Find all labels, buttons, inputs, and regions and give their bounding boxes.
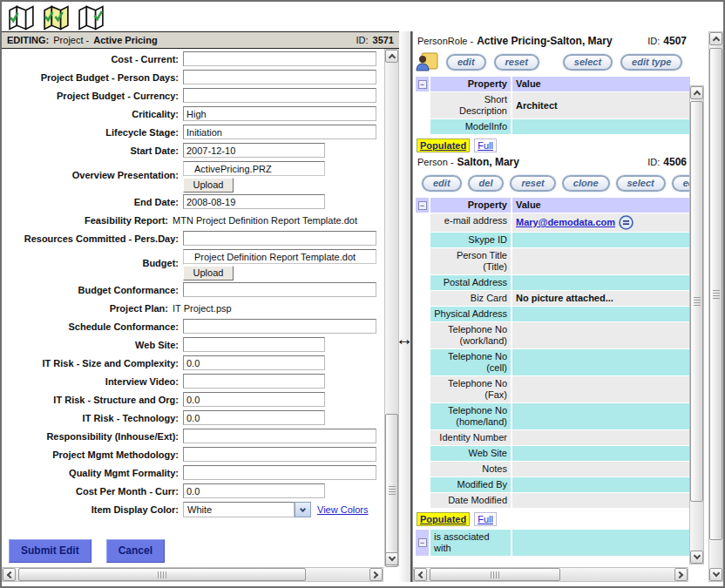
view-colors-link[interactable]: View Colors bbox=[317, 504, 369, 515]
full-link[interactable]: Full bbox=[474, 512, 497, 526]
cancel-button[interactable]: Cancel bbox=[106, 539, 165, 563]
property-label: Skype ID bbox=[430, 233, 511, 247]
budget-currency-input[interactable] bbox=[183, 88, 376, 103]
scroll-down-button[interactable] bbox=[709, 568, 722, 581]
select-button[interactable]: select bbox=[616, 175, 666, 192]
delete-button[interactable]: del bbox=[468, 175, 505, 192]
property-value bbox=[512, 233, 690, 247]
property-label: e-mail address bbox=[430, 213, 511, 232]
property-label: Short Description bbox=[430, 92, 511, 118]
property-label: Postal Address bbox=[430, 275, 511, 290]
field-label: Project Budget - Person Days: bbox=[2, 70, 183, 83]
field-label: Start Date: bbox=[2, 143, 183, 156]
detail-vertical-scrollbar[interactable] bbox=[689, 85, 704, 564]
it-risk-size-input[interactable] bbox=[183, 355, 325, 370]
property-value: Architect bbox=[512, 92, 690, 118]
view-mode-links: Populated Full bbox=[416, 509, 690, 530]
scroll-down-button[interactable] bbox=[385, 552, 398, 565]
scrollbar-thumb[interactable] bbox=[430, 568, 560, 581]
scrollbar-thumb[interactable] bbox=[690, 101, 703, 502]
property-value bbox=[512, 376, 690, 402]
quality-mgmt-formality-input[interactable] bbox=[183, 465, 376, 480]
view-mode-links: Populated Full bbox=[416, 135, 690, 156]
schedule-conformance-input[interactable] bbox=[183, 319, 376, 334]
property-value: No picture attached... bbox=[512, 291, 690, 306]
responsibility-input[interactable] bbox=[183, 429, 376, 443]
collapse-icon[interactable]: − bbox=[418, 201, 427, 210]
person-type: Person - bbox=[417, 157, 454, 167]
edit-type-button[interactable]: edit type bbox=[620, 54, 682, 71]
email-action-icon[interactable] bbox=[619, 215, 634, 230]
lifecycle-stage-input[interactable] bbox=[183, 125, 376, 139]
budget-conformance-input[interactable] bbox=[183, 282, 376, 297]
detail-horizontal-scrollbar[interactable] bbox=[413, 567, 688, 582]
it-risk-structure-input[interactable] bbox=[183, 392, 325, 407]
scroll-up-button[interactable] bbox=[709, 32, 722, 45]
upload-button[interactable]: Upload bbox=[183, 178, 234, 193]
reset-button[interactable]: reset bbox=[494, 54, 539, 71]
it-risk-technology-input[interactable] bbox=[183, 410, 325, 425]
cost-per-month-input[interactable] bbox=[183, 483, 325, 498]
scroll-right-button[interactable] bbox=[369, 568, 383, 581]
interview-video-input[interactable] bbox=[183, 374, 325, 389]
end-date-input[interactable] bbox=[183, 194, 325, 209]
scroll-left-button[interactable] bbox=[414, 568, 427, 581]
full-link[interactable]: Full bbox=[474, 139, 497, 152]
reset-button[interactable]: reset bbox=[510, 175, 555, 192]
value-column-header: Value bbox=[512, 77, 690, 91]
association-label: is associated with bbox=[430, 530, 511, 556]
item-display-color-select[interactable]: White bbox=[183, 502, 295, 517]
project-mgmt-methodology-input[interactable] bbox=[183, 447, 376, 462]
edit-form-panel: EDITING: Project - Active Pricing ID: 35… bbox=[2, 31, 399, 582]
association-value bbox=[512, 530, 690, 556]
property-label: Web Site bbox=[430, 446, 511, 461]
resources-committed-input[interactable] bbox=[183, 231, 376, 246]
left-horizontal-scrollbar[interactable] bbox=[2, 567, 383, 582]
panel-resize-divider[interactable] bbox=[399, 31, 412, 582]
map-double-check-icon[interactable] bbox=[42, 4, 71, 30]
field-label: Responsibility (Inhouse/Ext): bbox=[2, 429, 183, 442]
scrollbar-thumb[interactable] bbox=[385, 414, 398, 567]
populated-link[interactable]: Populated bbox=[417, 139, 470, 152]
clone-button[interactable]: clone bbox=[562, 175, 610, 192]
scroll-up-button[interactable] bbox=[385, 50, 398, 63]
scroll-left-button[interactable] bbox=[3, 568, 16, 581]
budget-person-days-input[interactable] bbox=[183, 70, 376, 84]
submit-edit-button[interactable]: Submit Edit bbox=[9, 539, 91, 563]
populated-link[interactable]: Populated bbox=[417, 512, 470, 526]
property-value bbox=[512, 119, 690, 134]
scrollbar-thumb[interactable] bbox=[18, 568, 306, 581]
scrollbar-thumb[interactable] bbox=[709, 48, 722, 540]
collapse-icon[interactable]: − bbox=[418, 538, 427, 547]
chevron-down-icon[interactable] bbox=[295, 502, 311, 517]
field-label: Project Plan: bbox=[2, 301, 173, 314]
scroll-down-button[interactable] bbox=[690, 551, 703, 564]
edit-type-button[interactable]: edit type bbox=[672, 175, 690, 192]
email-link[interactable]: Mary@demodata.com bbox=[516, 217, 615, 228]
property-value bbox=[512, 493, 690, 508]
start-date-input[interactable] bbox=[183, 143, 325, 158]
table-row: Telephone No (home/land) bbox=[416, 403, 690, 429]
left-vertical-scrollbar[interactable] bbox=[384, 49, 399, 566]
map-check-icon[interactable] bbox=[7, 4, 36, 30]
map-check-icon[interactable] bbox=[77, 4, 105, 30]
collapse-icon[interactable]: − bbox=[418, 80, 427, 89]
personrole-header: PersonRole - Active Pricing-Salton, Mary… bbox=[416, 31, 690, 49]
web-site-input[interactable] bbox=[183, 337, 325, 352]
property-label: Telephone No (cell) bbox=[430, 349, 511, 375]
cost-current-input[interactable] bbox=[183, 51, 376, 66]
app-window: EDITING: Project - Active Pricing ID: 35… bbox=[0, 0, 725, 588]
property-value bbox=[512, 462, 690, 476]
edit-button[interactable]: edit bbox=[422, 175, 462, 192]
scroll-up-button[interactable] bbox=[690, 86, 703, 99]
window-vertical-scrollbar[interactable] bbox=[708, 31, 723, 582]
select-button[interactable]: select bbox=[563, 54, 613, 71]
person-actions: edit del reset clone select edit type bbox=[416, 170, 690, 198]
criticality-input[interactable] bbox=[183, 106, 376, 121]
upload-button[interactable]: Upload bbox=[183, 266, 234, 280]
table-row: Biz CardNo picture attached... bbox=[416, 291, 690, 306]
scroll-right-button[interactable] bbox=[674, 568, 688, 581]
table-row: Postal Address bbox=[416, 275, 690, 290]
edit-button[interactable]: edit bbox=[446, 54, 486, 71]
property-value bbox=[512, 446, 690, 461]
